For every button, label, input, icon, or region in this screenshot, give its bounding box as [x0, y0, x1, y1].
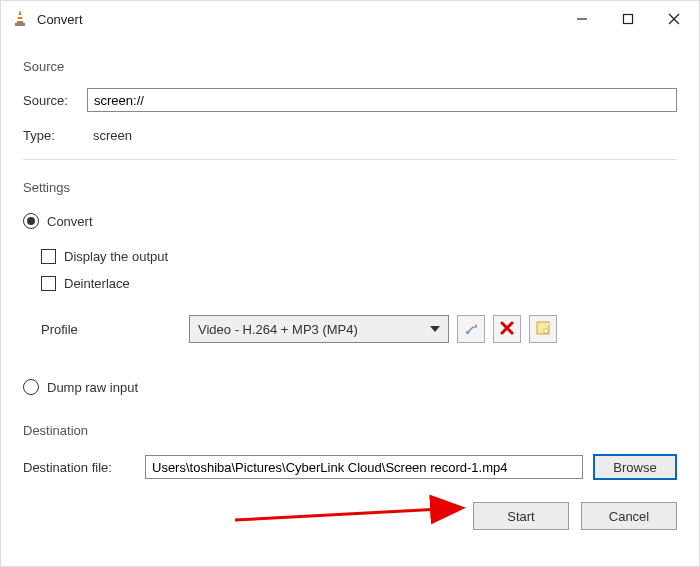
- destination-row: Destination file: Browse: [23, 454, 677, 480]
- source-label: Source:: [23, 93, 87, 108]
- dump-raw-radio-row[interactable]: Dump raw input: [23, 379, 677, 395]
- type-value: screen: [93, 128, 132, 143]
- source-heading: Source: [23, 59, 677, 74]
- display-output-checkbox[interactable]: [41, 249, 56, 264]
- destination-heading: Destination: [23, 423, 677, 438]
- titlebar: Convert: [1, 1, 699, 37]
- close-button[interactable]: [651, 1, 697, 37]
- content-area: Source Source: Type: screen Settings Con…: [1, 37, 699, 566]
- convert-radio[interactable]: [23, 213, 39, 229]
- destination-file-input[interactable]: [145, 455, 583, 479]
- dump-raw-label: Dump raw input: [47, 380, 138, 395]
- start-label: Start: [507, 509, 534, 524]
- browse-button[interactable]: Browse: [593, 454, 677, 480]
- svg-rect-3: [15, 23, 25, 26]
- footer: Start Cancel: [23, 502, 677, 530]
- divider: [23, 159, 677, 160]
- deinterlace-row[interactable]: Deinterlace: [41, 276, 677, 291]
- maximize-button[interactable]: [605, 1, 651, 37]
- profile-selected-text: Video - H.264 + MP3 (MP4): [198, 322, 358, 337]
- svg-rect-5: [624, 15, 633, 24]
- window-title: Convert: [37, 12, 83, 27]
- dump-raw-radio[interactable]: [23, 379, 39, 395]
- new-profile-button[interactable]: [529, 315, 557, 343]
- new-profile-icon: [535, 320, 551, 339]
- chevron-down-icon: [430, 326, 440, 332]
- vlc-icon: [11, 10, 29, 28]
- cancel-button[interactable]: Cancel: [581, 502, 677, 530]
- edit-profile-button[interactable]: [457, 315, 485, 343]
- profile-select[interactable]: Video - H.264 + MP3 (MP4): [189, 315, 449, 343]
- browse-label: Browse: [613, 460, 656, 475]
- profile-label: Profile: [41, 322, 181, 337]
- convert-dialog: Convert Source Source: Type: screen Sett…: [0, 0, 700, 567]
- minimize-button[interactable]: [559, 1, 605, 37]
- svg-point-13: [544, 328, 548, 332]
- window-controls: [559, 1, 697, 37]
- profile-row: Profile Video - H.264 + MP3 (MP4): [41, 315, 677, 343]
- start-button[interactable]: Start: [473, 502, 569, 530]
- source-input[interactable]: [87, 88, 677, 112]
- cancel-label: Cancel: [609, 509, 649, 524]
- deinterlace-label: Deinterlace: [64, 276, 130, 291]
- svg-rect-1: [18, 15, 22, 17]
- svg-rect-2: [17, 19, 23, 21]
- convert-radio-row[interactable]: Convert: [23, 213, 677, 229]
- deinterlace-checkbox[interactable]: [41, 276, 56, 291]
- delete-icon: [500, 321, 514, 338]
- display-output-label: Display the output: [64, 249, 168, 264]
- type-label: Type:: [23, 128, 87, 143]
- destination-file-label: Destination file:: [23, 460, 135, 475]
- settings-heading: Settings: [23, 180, 677, 195]
- display-output-row[interactable]: Display the output: [41, 249, 677, 264]
- source-row: Source:: [23, 88, 677, 112]
- type-row: Type: screen: [23, 128, 677, 143]
- delete-profile-button[interactable]: [493, 315, 521, 343]
- wrench-icon: [463, 320, 479, 339]
- convert-label: Convert: [47, 214, 93, 229]
